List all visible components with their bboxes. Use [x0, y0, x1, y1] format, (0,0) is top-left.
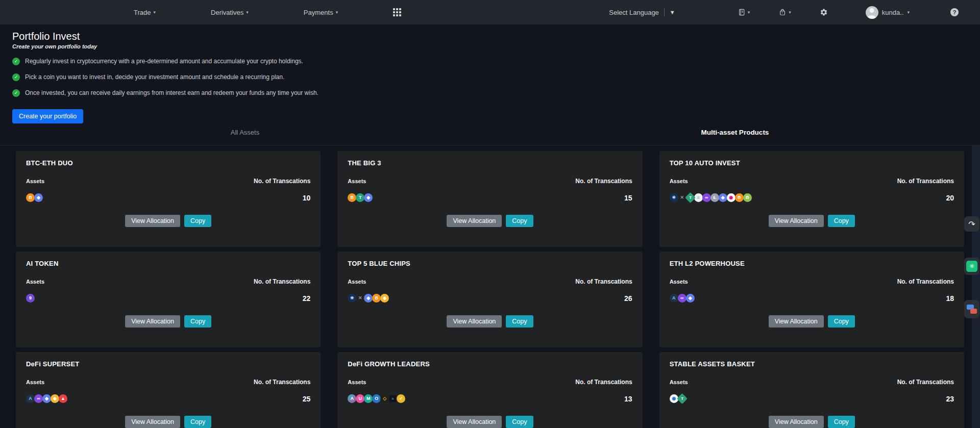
- coin-eth-icon: ◆: [686, 294, 695, 303]
- copy-button[interactable]: Copy: [506, 315, 533, 328]
- portfolio-card: AI TOKEN Assets No. of Transcations 9 22…: [16, 251, 321, 347]
- coin-ada-icon: ✳: [348, 294, 356, 303]
- assets-label: Assets: [26, 379, 44, 385]
- view-allocation-button[interactable]: View Allocation: [125, 416, 180, 428]
- transactions-label: No. of Transcations: [254, 278, 310, 285]
- card-title: THE BIG 3: [348, 159, 632, 167]
- view-allocation-button[interactable]: View Allocation: [447, 315, 502, 328]
- share-arrow-glyph: ↷: [968, 219, 975, 229]
- transactions-count: 18: [946, 294, 954, 303]
- hero-section: Portfolio Invest Create your own portfol…: [0, 24, 980, 145]
- coin-arb-icon: A: [26, 394, 35, 403]
- view-allocation-button[interactable]: View Allocation: [769, 315, 824, 328]
- view-allocation-button[interactable]: View Allocation: [447, 416, 502, 428]
- page-subtitle: Create your own portfolio today: [12, 43, 968, 49]
- view-allocation-button[interactable]: View Allocation: [769, 215, 824, 227]
- transactions-label: No. of Transcations: [575, 278, 632, 285]
- coin-uni-icon: U: [356, 394, 364, 403]
- card-title: BTC-ETH DUO: [26, 159, 310, 167]
- view-allocation-button[interactable]: View Allocation: [769, 416, 824, 428]
- chevron-down-icon: ▾: [907, 10, 910, 15]
- coin-icons: ✳✕◆B◆: [348, 294, 388, 303]
- view-allocation-button[interactable]: View Allocation: [447, 215, 502, 227]
- coin-dot-icon: ◉: [727, 193, 736, 202]
- coin-aave-icon: A: [348, 394, 356, 403]
- divider: [664, 8, 665, 16]
- check-circle-icon: ✓: [12, 73, 20, 81]
- coin-btc-icon: B: [735, 193, 744, 202]
- feature-bullet: ✓ Pick a coin you want to invest in, dec…: [12, 72, 968, 82]
- coin-usdt-shield-icon: T: [685, 192, 696, 203]
- view-allocation-button[interactable]: View Allocation: [125, 215, 180, 227]
- feature-bullet-text: Once invested, you can receive daily ear…: [25, 89, 318, 96]
- settings-button[interactable]: [820, 8, 828, 16]
- card-title: AI TOKEN: [26, 260, 310, 267]
- help-icon[interactable]: ?: [950, 8, 959, 16]
- scrollbar[interactable]: [972, 145, 980, 428]
- shopping-bag-icon: [778, 8, 787, 16]
- copy-button[interactable]: Copy: [184, 315, 211, 328]
- portfolio-card: THE BIG 3 Assets No. of Transcations BT◆…: [337, 151, 642, 247]
- share-arrow-icon[interactable]: ↷: [964, 216, 979, 232]
- nav-menu-payments-label: Payments: [304, 9, 333, 16]
- feature-bullet: ✓ Once invested, you can receive daily e…: [12, 88, 968, 97]
- coin-bnb-icon: ◆: [380, 294, 389, 303]
- card-title: DeFi SUPERSET: [26, 360, 310, 368]
- chatgpt-extension-button[interactable]: ✳: [964, 258, 979, 275]
- coin-mkr-icon: M: [364, 394, 373, 403]
- transactions-label: No. of Transcations: [254, 379, 310, 386]
- feature-bullet-text: Regularly invest in cryptocurrency with …: [25, 58, 303, 65]
- user-menu[interactable]: kunda.. ▾: [866, 6, 910, 19]
- transactions-count: 25: [303, 395, 311, 403]
- wallet-menu[interactable]: ▾: [778, 8, 791, 16]
- copy-button[interactable]: Copy: [828, 215, 855, 227]
- coin-icons: ◉T: [670, 394, 686, 403]
- assets-label: Assets: [348, 379, 366, 385]
- chat-bubbles-extension-button[interactable]: [964, 300, 979, 318]
- nav-menu-trade[interactable]: Trade ▾: [134, 9, 156, 16]
- portfolio-cards-grid: BTC-ETH DUO Assets No. of Transcations B…: [0, 145, 980, 428]
- coin-lido-icon: ≈: [389, 395, 397, 402]
- copy-button[interactable]: Copy: [184, 416, 211, 428]
- chatgpt-icon: ✳: [966, 261, 977, 272]
- portfolio-card: ETH L2 POWERHOUSE Assets No. of Transcat…: [659, 251, 964, 347]
- coin-icons: AUMO◇≈✓: [348, 394, 405, 403]
- feature-bullet-text: Pick a coin you want to invest in, decid…: [25, 73, 284, 81]
- page-title: Portfolio Invest: [12, 31, 968, 42]
- coin-matic-icon: ∞: [34, 394, 43, 403]
- assets-label: Assets: [348, 279, 366, 285]
- copy-button[interactable]: Copy: [828, 315, 855, 328]
- section-heading-multi-asset-products: Multi-asset Products: [490, 129, 980, 136]
- portfolio-card: TOP 5 BLUE CHIPS Assets No. of Transcati…: [337, 251, 642, 347]
- coin-matic-icon: ∞: [678, 294, 687, 303]
- create-portfolio-button[interactable]: Create your portfolio: [12, 109, 83, 123]
- nav-menu-derivatives-label: Derivatives: [211, 9, 243, 16]
- transactions-count: 20: [946, 194, 954, 202]
- apps-grid-icon[interactable]: [393, 8, 401, 16]
- copy-button[interactable]: Copy: [184, 215, 211, 227]
- coin-icons: ✳✕T≡∞Ł◆◉BB: [670, 193, 751, 202]
- coin-eth-icon: ◆: [364, 193, 373, 202]
- card-title: DeFi GROWTH LEADERS: [348, 360, 632, 368]
- user-name: kunda..: [882, 9, 904, 16]
- language-dropdown-icon: ▼: [670, 9, 675, 15]
- assets-label: Assets: [670, 379, 688, 385]
- copy-button[interactable]: Copy: [506, 215, 533, 227]
- nav-menu-derivatives[interactable]: Derivatives ▾: [211, 9, 249, 16]
- nav-menu-payments[interactable]: Payments ▾: [304, 9, 338, 16]
- coin-usdt-shield-icon: T: [677, 393, 688, 404]
- transactions-label: No. of Transcations: [897, 379, 954, 386]
- assets-label: Assets: [670, 279, 688, 285]
- copy-button[interactable]: Copy: [828, 416, 855, 428]
- copy-button[interactable]: Copy: [506, 416, 533, 428]
- assets-label: Assets: [348, 178, 366, 184]
- portfolio-card: TOP 10 AUTO INVEST Assets No. of Transca…: [659, 151, 964, 247]
- card-title: TOP 10 AUTO INVEST: [670, 159, 954, 167]
- coin-ltc-icon: Ł: [710, 193, 719, 202]
- language-selector[interactable]: Select Language ▼: [609, 8, 675, 16]
- transactions-count: 13: [624, 395, 632, 403]
- orders-menu[interactable]: ▾: [738, 8, 750, 16]
- view-allocation-button[interactable]: View Allocation: [125, 315, 180, 328]
- transactions-count: 15: [624, 194, 632, 202]
- transactions-label: No. of Transcations: [575, 379, 632, 386]
